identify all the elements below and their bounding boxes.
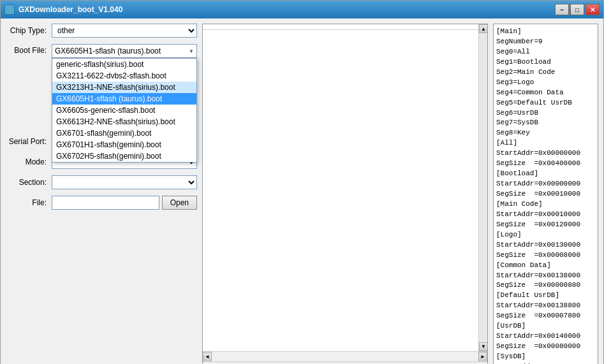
title-bar-text: GXDownloader_boot_V1.040 [18, 5, 555, 14]
section-select[interactable] [52, 175, 197, 189]
file-input-area: Open [52, 196, 197, 210]
boot-file-dropdown: generic-sflash(sirius).boot GX3211-6622-… [52, 58, 197, 163]
command-row: Command: Clear [203, 361, 487, 364]
chip-type-select[interactable]: other [52, 24, 197, 38]
right-panel-content: [Main] SegNumber=9 Seg0=All Seg1=Bootloa… [494, 24, 598, 364]
output-display [203, 24, 478, 30]
section-select-wrapper [52, 175, 197, 189]
output-text-area [203, 24, 478, 351]
boot-file-row: Boot File: GX6605H1-sflash (taurus).boot… [6, 44, 197, 58]
section-label: Section: [6, 178, 52, 187]
scroll-up-arrow[interactable]: ▲ [479, 24, 487, 33]
dropdown-item-generic-sflash[interactable]: generic-sflash(sirius).boot [52, 59, 196, 70]
section-row: Section: [6, 175, 197, 189]
output-hscrollbar: ◄ ► [203, 351, 487, 361]
chip-type-select-wrapper: other [52, 24, 197, 38]
dropdown-item-gx6605h1[interactable]: GX6605H1-sflash (taurus).boot [52, 93, 196, 105]
serial-port-label: Serial Port: [6, 137, 52, 146]
mode-label: Mode: [6, 157, 52, 166]
dropdown-item-gx6701[interactable]: GX6701-sflash(gemini).boot [52, 127, 196, 139]
chip-type-label: Chip Type: [6, 26, 52, 35]
chip-type-row: Chip Type: other [6, 24, 197, 38]
minimize-button[interactable]: – [555, 4, 569, 15]
app-icon [4, 4, 15, 15]
right-panel: [Main] SegNumber=9 Seg0=All Seg1=Bootloa… [493, 24, 598, 364]
file-input[interactable] [52, 196, 159, 210]
title-bar-buttons: – □ ✕ [555, 4, 600, 15]
scroll-track [479, 33, 487, 342]
maximize-button[interactable]: □ [570, 4, 584, 15]
close-button[interactable]: ✕ [586, 4, 600, 15]
title-bar: GXDownloader_boot_V1.040 – □ ✕ [1, 1, 603, 18]
dropdown-item-gx6613h2[interactable]: GX6613H2-NNE-sflash(sirius).boot [52, 116, 196, 127]
output-vscrollbar: ▲ ▼ [478, 24, 487, 351]
boot-file-select-wrapper: GX6605H1-sflash (taurus).boot ▼ generic-… [52, 44, 197, 58]
dropdown-item-gx6605s[interactable]: GX6605s-generic-sflash.boot [52, 105, 196, 116]
middle-panel: ▲ ▼ ◄ ► Command: Clear [202, 24, 488, 364]
file-row: File: Open [6, 196, 197, 210]
boot-file-label: Boot File: [6, 46, 52, 55]
window-body: Chip Type: other Boot File: GX6605H1-sfl… [1, 18, 603, 364]
file-label: File: [6, 198, 52, 207]
dropdown-item-gx6701h1[interactable]: GX6701H1-sflash(gemini).boot [52, 139, 196, 150]
start-btn-area: Start [6, 359, 197, 364]
hscroll-track [212, 352, 478, 361]
dropdown-item-gx3213h1[interactable]: GX3213H1-NNE-sflash(sirius).boot [52, 82, 196, 93]
hscroll-right-arrow[interactable]: ► [478, 352, 487, 362]
boot-file-dropdown-arrow: ▼ [189, 48, 194, 54]
left-panel: Chip Type: other Boot File: GX6605H1-sfl… [6, 24, 197, 364]
open-button[interactable]: Open [162, 196, 197, 210]
boot-file-display[interactable]: GX6605H1-sflash (taurus).boot ▼ [52, 44, 197, 58]
output-area-wrapper: ▲ ▼ [203, 24, 487, 351]
boot-file-selected-text: GX6605H1-sflash (taurus).boot [55, 47, 161, 55]
main-window: GXDownloader_boot_V1.040 – □ ✕ Chip Type… [0, 0, 604, 364]
dropdown-item-gx6702h5[interactable]: GX6702H5-sflash(gemini).boot [52, 150, 196, 162]
dropdown-item-gx3211[interactable]: GX3211-6622-dvbs2-sflash.boot [52, 70, 196, 82]
hscroll-left-arrow[interactable]: ◄ [203, 352, 212, 362]
scroll-down-arrow[interactable]: ▼ [479, 342, 487, 351]
